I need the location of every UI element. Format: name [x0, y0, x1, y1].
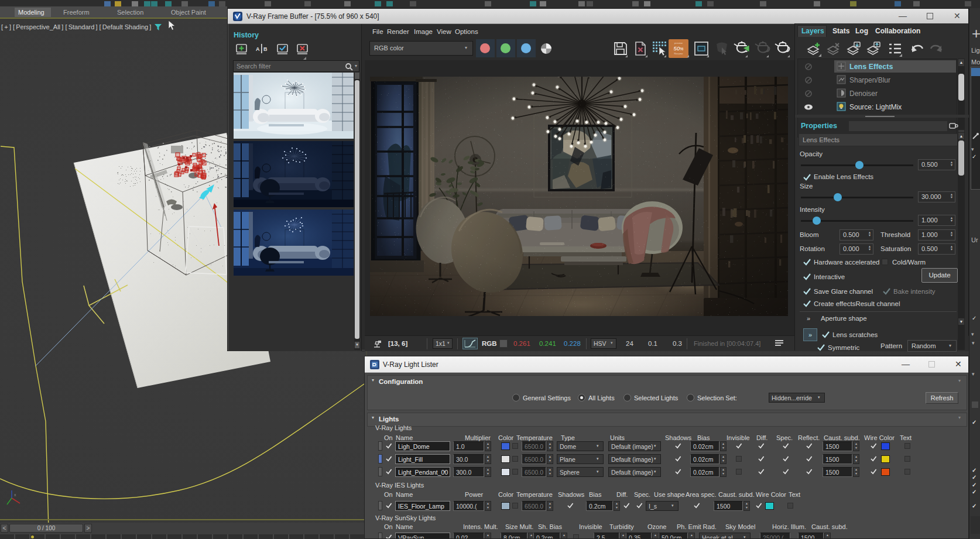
svg-text:A: A [256, 46, 260, 52]
svg-text:B: B [263, 46, 268, 52]
svg-text:x: x [14, 493, 16, 497]
